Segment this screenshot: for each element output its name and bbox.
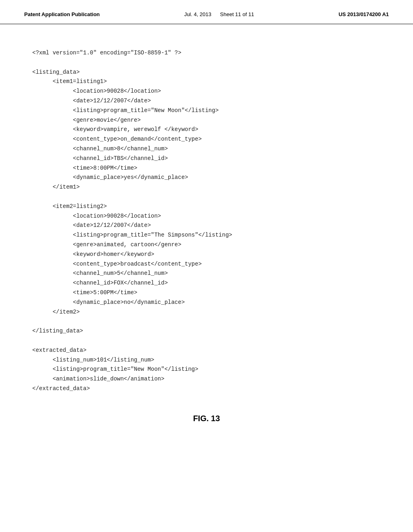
page-header: Patent Application Publication Jul. 4, 2… [0,0,413,24]
xml-code-block: <?xml version="1.0" encoding="ISO-8859-1… [32,48,381,394]
header-date-sheet: Jul. 4, 2013 Sheet 11 of 11 [184,11,254,17]
code-line: <dynamic_place>no</dynamic_place> [32,298,381,308]
code-line: <channel_num>5</channel_num> [32,269,381,278]
header-sheet: Sheet 11 of 11 [220,11,254,17]
header-publication-label: Patent Application Publication [24,11,100,17]
code-line: <animation>slide_down</animation> [32,374,381,384]
code-line: </item1> [32,183,381,192]
code-line: <keyword>vampire, werewolf </keyword> [32,125,381,135]
code-line: <genre>movie</genre> [32,116,381,125]
code-line: <extracted_data> [32,346,381,355]
code-line: <item2=listing2> [32,202,381,212]
code-line: </listing_data> [32,326,381,336]
code-line: <listing_data> [32,68,381,77]
header-patent-number: US 2013/0174200 A1 [338,11,389,17]
code-line [32,192,381,202]
header-date: Jul. 4, 2013 [184,11,211,17]
code-line: <?xml version="1.0" encoding="ISO-8859-1… [32,48,381,58]
code-line: <channel_num>8</channel_num> [32,144,381,154]
code-line: <keyword>homer</keyword> [32,250,381,260]
code-line: </item2> [32,308,381,317]
code-line: <listing>program_title="New Moon"</listi… [32,365,381,374]
code-line [32,336,381,346]
code-line: <channel_id>FOX</channel_id> [32,278,381,288]
code-line [32,317,381,326]
code-line: <location>90028</location> [32,212,381,221]
code-line: </extracted_data> [32,384,381,394]
code-line: <location>90028</location> [32,87,381,96]
figure-caption: FIG. 13 [32,414,381,423]
page: Patent Application Publication Jul. 4, 2… [0,0,413,532]
code-line [32,58,381,68]
code-line: <date>12/12/2007</date> [32,221,381,231]
code-line: <time>5:00PM</time> [32,288,381,298]
code-line: <item1=listing1> [32,77,381,87]
code-line: <channel_id>TBS</channel_id> [32,154,381,164]
main-content: <?xml version="1.0" encoding="ISO-8859-1… [0,24,413,447]
code-line: <content_type>broadcast</content_type> [32,260,381,269]
code-line: <listing>program_title="New Moon"</listi… [32,106,381,116]
code-line: <genre>animated, cartoon</genre> [32,240,381,250]
code-line: <dynamic_place>yes</dynamic_place> [32,173,381,183]
code-line: <time>8:00PM</time> [32,164,381,173]
code-line: <content_type>on_demand</content_type> [32,135,381,144]
code-line: <date>12/12/2007</date> [32,96,381,106]
code-line: <listing>program_title="The Simpsons"</l… [32,231,381,240]
code-line: <listing_num>101</listing_num> [32,355,381,365]
